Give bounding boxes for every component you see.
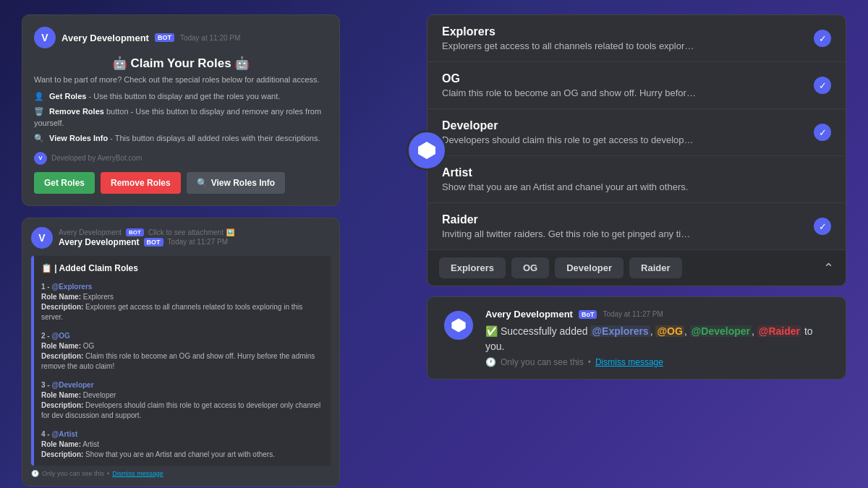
- role-row-developer: Developer Developers should claim this r…: [427, 109, 846, 156]
- role-tags-bar: Explorers OG Developer Raider ⌃: [427, 250, 846, 286]
- devby-avatar: V: [34, 152, 47, 165]
- embed-role-2: 2 - @OG Role Name: OG Description: Claim…: [41, 328, 323, 372]
- only-you-text: Only you can see this: [42, 470, 104, 477]
- role-item-remove: 🗑️ Remove Roles button - Use this button…: [34, 106, 328, 129]
- tag-developer[interactable]: Developer: [555, 257, 624, 278]
- embed-role-3: 3 - @Developer Role Name: Developer Desc…: [41, 377, 323, 421]
- role-row-raider: Raider Inviting all twitter raiders. Get…: [427, 203, 846, 250]
- right-column: Explorers Explorers get access to all ch…: [427, 14, 846, 380]
- embed-role-1: 1 - @Explorers Role Name: Explorers Desc…: [41, 279, 323, 322]
- role-name-og: OG: [442, 72, 814, 85]
- role-desc-og: Claim this role to become an OG and show…: [442, 87, 814, 98]
- tag-og[interactable]: OG: [511, 257, 549, 278]
- mention-raider: @Raider: [757, 325, 801, 337]
- dismiss-link[interactable]: Dismiss message: [112, 470, 163, 477]
- clock-icon: 🕐: [31, 470, 39, 477]
- devby-text: Developed by AveryBot.com: [51, 154, 142, 162]
- btn-row: Get Roles Remove Roles 🔍 View Roles Info: [34, 172, 328, 194]
- card2-notification: 🕐 Only you can see this • Dismiss messag…: [31, 470, 331, 477]
- card1-avatar: V: [34, 27, 56, 48]
- success-only-text: Only you can see this: [501, 357, 584, 367]
- roles-panel: Explorers Explorers get access to all ch…: [427, 14, 846, 286]
- card2-avatar: V: [31, 227, 53, 249]
- remove-roles-icon: 🗑️: [34, 107, 44, 116]
- get-roles-button[interactable]: Get Roles: [34, 172, 95, 194]
- remove-roles-button[interactable]: Remove Roles: [101, 172, 181, 194]
- success-checkmark: ✅: [485, 325, 498, 337]
- role-tags: Explorers OG Developer Raider: [439, 257, 682, 278]
- role-item-get: 👤 Get Roles - Use this button to display…: [34, 91, 328, 102]
- get-roles-label: Get Roles: [49, 92, 86, 100]
- role-name-explorers: Explorers: [442, 25, 814, 38]
- chevron-up-icon[interactable]: ⌃: [823, 260, 834, 276]
- view-roles-info-button[interactable]: 🔍 View Roles Info: [187, 172, 285, 194]
- success-only-row: 🕐 Only you can see this • Dismiss messag…: [485, 357, 831, 367]
- card2-bot-badge: BOT: [126, 228, 144, 236]
- role-name-raider: Raider: [442, 213, 814, 226]
- devby-row: V Developed by AveryBot.com: [34, 152, 328, 165]
- role-name-developer: Developer: [442, 119, 814, 132]
- view-roles-desc: - This button displays all added roles w…: [110, 134, 320, 142]
- success-avatar: [442, 309, 475, 342]
- tag-explorers[interactable]: Explorers: [439, 257, 506, 278]
- roles-list: 👤 Get Roles - Use this button to display…: [34, 91, 328, 145]
- role-desc-raider: Inviting all twitter raiders. Get this r…: [442, 228, 814, 239]
- card2-bot-badge2: BOT: [144, 238, 163, 247]
- claim-roles-card: V Avery Development BOT Today at 11:20 P…: [22, 14, 340, 206]
- roles-info-btn-label: View Roles Info: [211, 178, 275, 188]
- embed-title: 📋 | Added Claim Roles: [41, 263, 323, 273]
- mention-explorers: @Explorers: [590, 325, 650, 337]
- role-row-explorers: Explorers Explorers get access to all ch…: [427, 15, 846, 62]
- tag-raider[interactable]: Raider: [629, 257, 681, 278]
- success-clock-icon: 🕐: [485, 357, 496, 367]
- role-name-artist: Artist: [442, 166, 831, 179]
- card2-username-gray: Avery Development: [59, 228, 122, 236]
- success-bot-badge: BoT: [579, 310, 597, 319]
- roles-info-btn-icon: 🔍: [197, 178, 208, 188]
- roles-panel-avatar: [407, 130, 447, 171]
- card2-timestamp: Today at 11:27 PM: [168, 238, 228, 246]
- role-row-og: OG Claim this role to become an OG and s…: [427, 62, 846, 109]
- card1-timestamp: Today at 11:20 PM: [180, 34, 240, 42]
- mention-og: @OG: [655, 325, 684, 337]
- role-item-info: 🔍 View Roles Info - This button displays…: [34, 133, 328, 144]
- added-roles-card: V Avery Development BOT Click to see att…: [22, 218, 340, 487]
- view-roles-label: View Roles Info: [49, 134, 108, 142]
- check-developer: ✓: [814, 124, 831, 141]
- embed-role-4: 4 - @Artist Role Name: Artist Descriptio…: [41, 427, 323, 460]
- success-text-pre: Successfully added: [501, 325, 591, 337]
- success-content: Avery Development BoT Today at 11:27 PM …: [485, 309, 831, 367]
- get-roles-icon: 👤: [34, 92, 44, 100]
- success-dismiss-link[interactable]: Dismiss message: [595, 357, 663, 367]
- added-roles-embed: 📋 | Added Claim Roles 1 - @Explorers Rol…: [31, 256, 331, 466]
- success-card: Avery Development BoT Today at 11:27 PM …: [427, 296, 846, 380]
- role-desc-explorers: Explorers get access to all channels rel…: [442, 40, 814, 51]
- view-roles-icon: 🔍: [34, 134, 44, 142]
- card2-username: Avery Development: [59, 237, 140, 247]
- card1-username: Avery Development: [61, 33, 149, 43]
- claim-subtitle: Want to be part of more? Check out the s…: [34, 75, 328, 84]
- success-timestamp: Today at 11:27 PM: [603, 310, 663, 318]
- success-text: ✅ Successfully added @Explorers, @OG, @D…: [485, 324, 831, 354]
- check-explorers: ✓: [814, 30, 831, 47]
- role-desc-developer: Developers should claim this role to get…: [442, 134, 814, 145]
- role-desc-artist: Show that you are an Artist and chanel y…: [442, 181, 831, 192]
- check-raider: ✓: [814, 218, 831, 235]
- success-header: Avery Development BoT Today at 11:27 PM: [485, 309, 831, 320]
- success-username: Avery Development: [485, 309, 573, 320]
- card1-header: V Avery Development BOT Today at 11:20 P…: [34, 27, 328, 48]
- check-og: ✓: [814, 77, 831, 94]
- card1-bot-badge: BOT: [155, 33, 174, 42]
- remove-roles-label: Remove Roles: [49, 107, 104, 116]
- get-roles-desc: - Use this button to display and get the…: [88, 92, 280, 100]
- card2-header: V Avery Development BOT Click to see att…: [31, 227, 331, 249]
- role-row-artist: Artist Show that you are an Artist and c…: [427, 156, 846, 203]
- mention-developer: @Developer: [690, 325, 752, 337]
- card2-attachment: Click to see attachment 🖼️: [148, 228, 234, 236]
- claim-title: 🤖 Claim Your Roles 🤖: [34, 56, 328, 71]
